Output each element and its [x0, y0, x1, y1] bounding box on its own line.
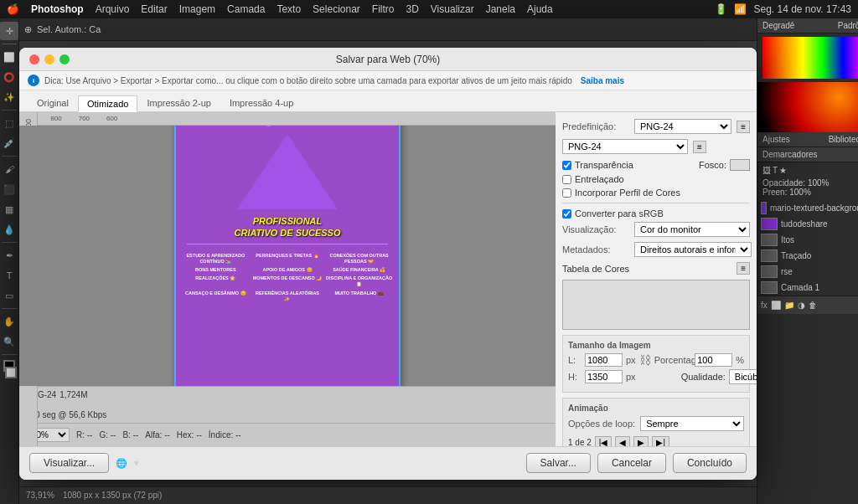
- footer-dropdown[interactable]: ▾: [134, 458, 139, 469]
- menu-visualizar[interactable]: Visualizar: [431, 3, 474, 15]
- saiba-mais-link[interactable]: Saiba mais: [581, 76, 624, 85]
- anim-play-button[interactable]: ▶: [633, 436, 649, 445]
- concluido-button[interactable]: Concluído: [673, 453, 747, 473]
- close-button[interactable]: [29, 54, 39, 64]
- section-divider-1: [562, 203, 750, 203]
- eraser-tool[interactable]: ⬛: [0, 180, 18, 198]
- preview-info: PNG-24 1,724M 320 seg @ 56,6 Kbps: [19, 386, 556, 423]
- gradient-label[interactable]: Degradê: [762, 21, 794, 30]
- menu-filtro[interactable]: Filtro: [372, 3, 395, 15]
- preset-select[interactable]: PNG-24: [634, 119, 731, 134]
- cancelar-button[interactable]: Cancelar: [597, 453, 666, 473]
- percent-input[interactable]: [695, 353, 732, 367]
- icon-type[interactable]: T: [773, 166, 778, 175]
- quality-select[interactable]: Bicúbica: [729, 369, 757, 384]
- salvar-button[interactable]: Salvar...: [526, 453, 591, 473]
- layer-itos[interactable]: Itos: [757, 232, 858, 248]
- tabela-cores-label: Tabela de Cores: [562, 264, 629, 274]
- libraries-tab[interactable]: Bibliotecas: [829, 135, 858, 144]
- tab-impressao-4up[interactable]: Impressão 4-up: [220, 95, 302, 111]
- layer-panel-footer: fx ⬜ 📁 ◑ 🗑: [757, 296, 858, 314]
- transparency-checkbox[interactable]: [562, 161, 571, 170]
- sel-autom[interactable]: Sel. Autom.: Ca: [37, 24, 101, 34]
- converter-checkbox[interactable]: [562, 209, 571, 219]
- tabela-cores-more[interactable]: ≡: [737, 262, 750, 275]
- incorporar-checkbox[interactable]: [562, 188, 571, 198]
- menu-selecionar[interactable]: Selecionar: [313, 3, 360, 15]
- menu-texto[interactable]: Texto: [277, 3, 301, 15]
- zoom-tool[interactable]: 🔍: [0, 332, 18, 351]
- layer-adjust-icon[interactable]: ◑: [798, 301, 805, 310]
- width-input[interactable]: [585, 353, 623, 367]
- text-tool[interactable]: T: [0, 266, 18, 285]
- anim-next-button[interactable]: ▶|: [652, 436, 669, 445]
- layer-group-icon[interactable]: 📁: [784, 301, 794, 310]
- wand-tool[interactable]: ✨: [0, 88, 18, 106]
- menu-arquivo[interactable]: Arquivo: [96, 3, 130, 15]
- icon-img[interactable]: 🖼: [762, 166, 771, 175]
- layer-fx-icon[interactable]: fx: [761, 301, 768, 310]
- color-picker-swatch[interactable]: [757, 82, 858, 132]
- tab-original[interactable]: Original: [28, 95, 78, 111]
- layer-delete-icon[interactable]: 🗑: [809, 301, 817, 310]
- loop-select[interactable]: Sempre: [640, 416, 744, 431]
- entrelacado-row: Entrelaçado: [562, 174, 750, 184]
- layer-tracado[interactable]: Traçado: [757, 248, 858, 264]
- tab-otimizado[interactable]: Otimizado: [78, 95, 138, 112]
- anim-prev-button[interactable]: ◀: [615, 436, 630, 445]
- move-tool[interactable]: ✛: [0, 22, 18, 40]
- canvas-item-8: MOMENTOS DE DESCANSO 🌙: [253, 275, 323, 287]
- icon-star[interactable]: ★: [779, 166, 787, 175]
- patterns-label[interactable]: Padrões: [838, 21, 858, 30]
- eyedropper-tool[interactable]: 💉: [0, 134, 18, 152]
- dialog-body: 900 800 700 600 900800700600 @tudodeshar…: [19, 112, 757, 445]
- fill-row: Preen: 100%: [762, 188, 858, 197]
- pen-tool[interactable]: ✒: [0, 246, 18, 265]
- gradient-tool[interactable]: ▦: [0, 200, 18, 219]
- shape-tool[interactable]: ▭: [0, 286, 18, 305]
- menu-janela[interactable]: Janela: [486, 3, 515, 15]
- color-table-area: [562, 280, 750, 330]
- preset-more-button[interactable]: ≡: [737, 121, 750, 133]
- marquee-tool[interactable]: ⬜: [0, 48, 18, 66]
- time-display: Seg. 14 de nov. 17:43: [753, 3, 851, 15]
- blur-tool[interactable]: 💧: [0, 220, 18, 239]
- menu-editar[interactable]: Editar: [141, 3, 167, 15]
- layer-camada1[interactable]: Camada 1: [757, 280, 858, 296]
- background-color[interactable]: [5, 367, 17, 378]
- visualizacao-select[interactable]: Cor do monitor: [634, 222, 750, 237]
- color-picker-area[interactable]: [757, 82, 858, 132]
- adjustments-tab[interactable]: Ajustes: [762, 135, 790, 144]
- menu-camada[interactable]: Camada: [227, 3, 265, 15]
- layer-mask-icon[interactable]: ⬜: [771, 301, 781, 310]
- height-row: H: px Qualidade: Bicúbica: [568, 369, 744, 384]
- browser-icon[interactable]: 🌐: [116, 458, 127, 469]
- menu-ajuda[interactable]: Ajuda: [527, 3, 553, 15]
- visualizar-button[interactable]: Visualizar...: [29, 453, 109, 473]
- entrelacado-checkbox[interactable]: [562, 175, 571, 184]
- maximize-button[interactable]: [59, 54, 70, 64]
- format-select[interactable]: PNG-24: [562, 139, 688, 154]
- tab-impressao-2up[interactable]: Impressão 2-up: [137, 95, 220, 111]
- minimize-button[interactable]: [44, 54, 54, 64]
- matte-swatch[interactable]: [730, 159, 750, 171]
- link-icon[interactable]: ⛓: [639, 353, 651, 367]
- apple-menu[interactable]: 🍎: [7, 3, 19, 15]
- hand-tool[interactable]: ✋: [0, 312, 18, 331]
- gradient-swatch[interactable]: [762, 37, 858, 79]
- menu-imagem[interactable]: Imagem: [179, 3, 215, 15]
- move-tool-option[interactable]: ⊕: [24, 24, 32, 35]
- layer-rse[interactable]: rse: [757, 264, 858, 280]
- layer-tudodeshare[interactable]: tudodeshare: [757, 216, 858, 232]
- layer-background[interactable]: mario-textured-background: [757, 200, 858, 216]
- height-input[interactable]: [585, 370, 623, 383]
- crop-tool[interactable]: ⬚: [0, 114, 18, 132]
- metadados-select[interactable]: Direitos autorais e informações de cont.…: [634, 242, 752, 257]
- preview-scroll[interactable]: @tudodeshare PROFISSIONAL CRIATIVO DE SU…: [19, 126, 556, 385]
- lasso-tool[interactable]: ⭕: [0, 68, 18, 86]
- footer-right: Salvar... Cancelar Concluído: [526, 453, 747, 473]
- format-more-button[interactable]: ≡: [693, 141, 706, 153]
- anim-first-button[interactable]: |◀: [595, 436, 612, 445]
- brush-tool[interactable]: 🖌: [0, 160, 18, 178]
- menu-3d[interactable]: 3D: [406, 3, 418, 15]
